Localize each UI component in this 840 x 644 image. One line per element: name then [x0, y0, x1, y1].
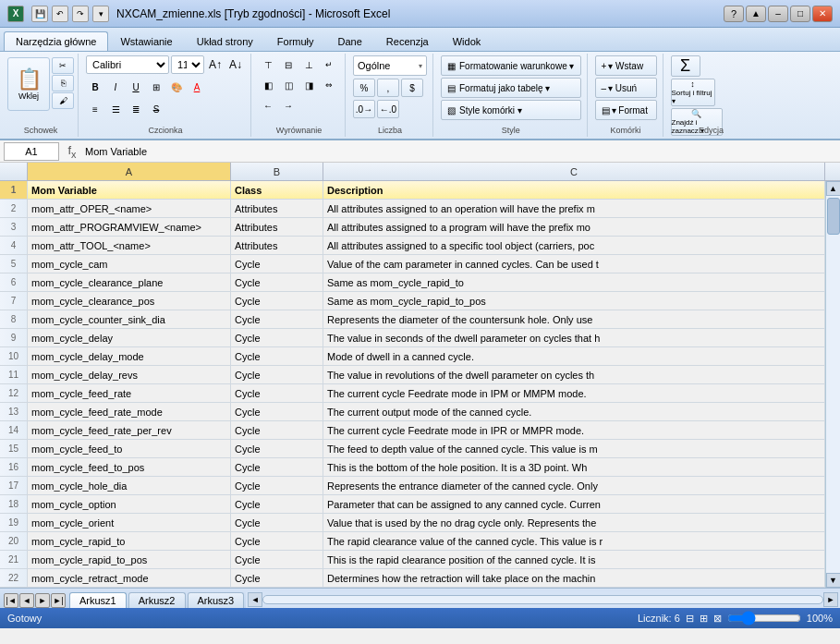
- align-right2-btn[interactable]: ◨: [299, 76, 318, 94]
- maximize-btn[interactable]: □: [790, 6, 810, 22]
- cell-a19[interactable]: mom_cycle_orient: [28, 514, 231, 531]
- align-left-btn[interactable]: ≡: [86, 100, 104, 118]
- sort-button[interactable]: ↕ Sortuj i filtruj ▾: [671, 79, 715, 106]
- strikethrough-btn[interactable]: S: [147, 100, 165, 118]
- bold-button[interactable]: B: [86, 78, 104, 96]
- cell-b20[interactable]: Cycle: [231, 532, 323, 550]
- cell-c22[interactable]: Determines how the retraction will take …: [323, 569, 825, 587]
- cell-a7[interactable]: mom_cycle_clearance_pos: [28, 292, 231, 310]
- save-icon[interactable]: 💾: [31, 6, 48, 22]
- align-bottom-btn[interactable]: ⊥: [299, 55, 318, 74]
- function-button[interactable]: fx: [63, 143, 81, 160]
- cell-a20[interactable]: mom_cycle_rapid_to: [28, 532, 231, 550]
- tab-formulas[interactable]: Formuły: [265, 31, 326, 51]
- underline-button[interactable]: U: [127, 78, 145, 96]
- cell-c4[interactable]: All attributes assigned to a specific to…: [323, 237, 825, 254]
- tab-home[interactable]: Narzędzia główne: [4, 31, 108, 51]
- align-middle-btn[interactable]: ⊟: [279, 55, 298, 74]
- cell-b6[interactable]: Cycle: [231, 273, 323, 291]
- cell-a5[interactable]: mom_cycle_cam: [28, 255, 231, 273]
- minimize-btn[interactable]: –: [768, 6, 788, 22]
- cell-b3[interactable]: Attributes: [231, 218, 323, 236]
- cell-c17[interactable]: Represents the entrance diameter of the …: [323, 477, 825, 494]
- align-right-btn[interactable]: ≣: [127, 100, 145, 118]
- cell-a15[interactable]: mom_cycle_feed_to: [28, 440, 231, 457]
- close-btn[interactable]: ✕: [812, 6, 833, 22]
- increase-font-btn[interactable]: A↑: [206, 55, 225, 74]
- center-btn[interactable]: ☰: [106, 100, 125, 118]
- cell-b5[interactable]: Cycle: [231, 255, 323, 273]
- indent-decrease-btn[interactable]: ←: [259, 96, 277, 115]
- percent-btn[interactable]: %: [353, 79, 375, 97]
- cell-styles-btn[interactable]: ▧ Style komórki ▾: [441, 100, 581, 120]
- horizontal-scrollbar[interactable]: ◄ ►: [246, 591, 840, 608]
- cell-b11[interactable]: Cycle: [231, 366, 323, 383]
- cell-a12[interactable]: mom_cycle_feed_rate: [28, 384, 231, 402]
- last-sheet-btn[interactable]: ►|: [51, 593, 66, 608]
- delete-btn[interactable]: – ▾ Usuń: [595, 78, 657, 98]
- scroll-thumb[interactable]: [827, 198, 840, 235]
- border-button[interactable]: ⊞: [147, 78, 165, 96]
- conditional-format-btn[interactable]: ▦ Formatowanie warunkowe ▾: [441, 55, 581, 76]
- cell-b22[interactable]: Cycle: [231, 569, 323, 587]
- cell-a4[interactable]: mom_attr_TOOL_<name>: [28, 237, 231, 254]
- align-top-btn[interactable]: ⊤: [259, 55, 277, 74]
- wrap-text-btn[interactable]: ↵: [320, 55, 338, 74]
- paste-button[interactable]: 📋 Wklej: [7, 57, 50, 111]
- zoom-slider[interactable]: [727, 613, 801, 624]
- cell-c18[interactable]: Parameter that can be assigned to any ca…: [323, 495, 825, 513]
- cell-b18[interactable]: Cycle: [231, 495, 323, 513]
- indent-increase-btn[interactable]: →: [279, 96, 298, 115]
- status-view-page[interactable]: ⊞: [700, 613, 708, 625]
- italic-button[interactable]: I: [106, 78, 125, 96]
- fill-color-button[interactable]: 🎨: [167, 78, 186, 96]
- tab-view[interactable]: Widok: [441, 31, 493, 51]
- cell-reference-box[interactable]: A1: [4, 142, 59, 161]
- sheet-tab-3[interactable]: Arkusz3: [188, 592, 245, 608]
- cell-b9[interactable]: Cycle: [231, 329, 323, 346]
- scroll-down-btn[interactable]: ▼: [826, 573, 841, 588]
- sheet-tab-2[interactable]: Arkusz2: [128, 592, 186, 608]
- font-color-button[interactable]: A: [188, 78, 206, 96]
- cell-c20[interactable]: The rapid clearance value of the canned …: [323, 532, 825, 550]
- cell-a22[interactable]: mom_cycle_retract_mode: [28, 569, 231, 587]
- cell-c6[interactable]: Same as mom_cycle_rapid_to: [323, 273, 825, 291]
- format-btn[interactable]: ▤ ▾ Format: [595, 100, 657, 120]
- undo-icon[interactable]: ↶: [52, 6, 68, 22]
- cell-b10[interactable]: Cycle: [231, 347, 323, 365]
- format-table-btn[interactable]: ▤ Formatuj jako tabelę ▾: [441, 78, 581, 98]
- cell-a13[interactable]: mom_cycle_feed_rate_mode: [28, 403, 231, 420]
- cell-b13[interactable]: Cycle: [231, 403, 323, 420]
- cell-a1[interactable]: Mom Variable: [28, 181, 231, 199]
- cell-a14[interactable]: mom_cycle_feed_rate_per_rev: [28, 421, 231, 439]
- cell-a10[interactable]: mom_cycle_delay_mode: [28, 347, 231, 365]
- cell-a8[interactable]: mom_cycle_counter_sink_dia: [28, 310, 231, 328]
- cell-c11[interactable]: The value in revolutions of the dwell pa…: [323, 366, 825, 383]
- cell-b16[interactable]: Cycle: [231, 458, 323, 476]
- cell-c19[interactable]: Value that is used by the no drag cycle …: [323, 514, 825, 531]
- font-size-select[interactable]: 11: [171, 55, 204, 74]
- cell-b19[interactable]: Cycle: [231, 514, 323, 531]
- sigma-button[interactable]: Σ: [671, 55, 700, 77]
- cell-c14[interactable]: The current cycle Feedrate mode in IPR o…: [323, 421, 825, 439]
- col-header-b[interactable]: B: [231, 163, 323, 180]
- status-view-break[interactable]: ⊠: [713, 613, 722, 625]
- copy-button[interactable]: ⎘: [52, 75, 74, 91]
- cell-c2[interactable]: All attributes assigned to an operation …: [323, 200, 825, 217]
- next-sheet-btn[interactable]: ►: [35, 593, 50, 608]
- cell-c1[interactable]: Description: [323, 181, 825, 199]
- cell-c5[interactable]: Value of the cam parameter in canned cyc…: [323, 255, 825, 273]
- cell-a11[interactable]: mom_cycle_delay_revs: [28, 366, 231, 383]
- increase-decimal-btn[interactable]: .0→: [353, 100, 375, 118]
- cell-c12[interactable]: The current cycle Feedrate mode in IPM o…: [323, 384, 825, 402]
- ribbon-collapse-btn[interactable]: ▲: [746, 6, 766, 22]
- cell-a9[interactable]: mom_cycle_delay: [28, 329, 231, 346]
- vertical-scrollbar[interactable]: ▲ ▼: [825, 181, 840, 588]
- cell-b4[interactable]: Attributes: [231, 237, 323, 254]
- cut-button[interactable]: ✂: [52, 57, 74, 74]
- cell-c10[interactable]: Mode of dwell in a canned cycle.: [323, 347, 825, 365]
- scroll-up-btn[interactable]: ▲: [826, 181, 841, 196]
- prev-sheet-btn[interactable]: ◄: [19, 593, 34, 608]
- thousands-btn[interactable]: ,: [377, 79, 399, 97]
- h-scrollbar-track[interactable]: [262, 595, 823, 604]
